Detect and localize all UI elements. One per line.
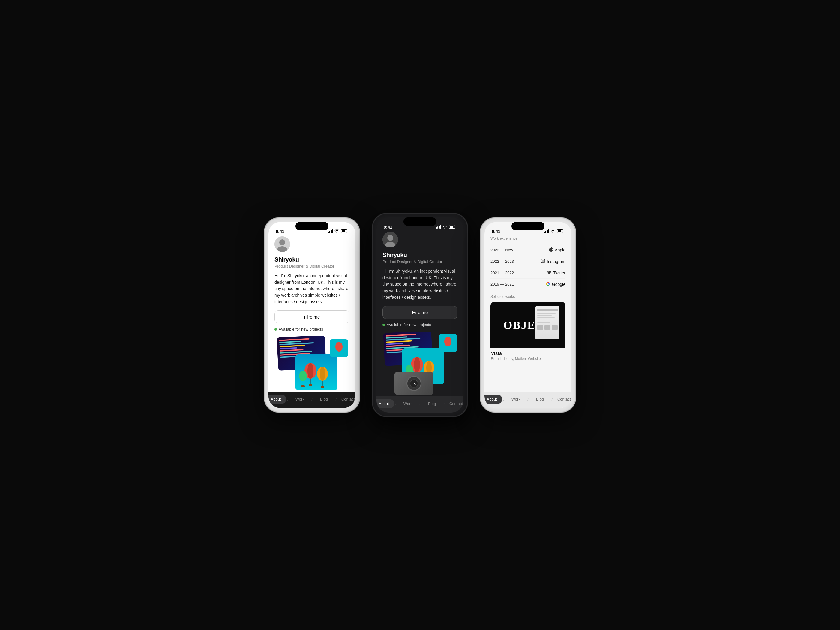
svg-point-40 (542, 260, 544, 262)
svg-point-9 (320, 367, 325, 381)
nav-sep-3c: / (552, 398, 553, 401)
portfolio-area-2 (382, 332, 458, 396)
nav-contact-2[interactable]: Contact (446, 399, 464, 408)
signal-icon-1 (328, 229, 333, 233)
signal-bar-2 (329, 231, 330, 233)
apple-icon (549, 247, 553, 253)
profile-bio-1: Hi, I'm Shiryoku, an independent visual … (275, 273, 349, 305)
work-card-image-vista: OBJECT (491, 302, 565, 348)
avatar-2 (382, 232, 398, 248)
nav-sep-1b: / (311, 398, 312, 401)
google-icon (546, 282, 550, 287)
wifi-icon-3 (551, 229, 555, 233)
scene: 9:41 (252, 195, 588, 435)
signal-bar-3 (331, 230, 332, 233)
signal-icon-3 (544, 229, 549, 233)
nav-blog-1[interactable]: Blog (314, 395, 335, 404)
portfolio-stack-1 (275, 336, 349, 392)
signal-bar-1 (328, 232, 329, 233)
svg-point-5 (308, 363, 314, 379)
profile-name-1: Shiryoku (275, 256, 349, 263)
nav-about-1[interactable]: About (268, 395, 286, 404)
object-paper (535, 306, 559, 339)
work-exp-year-apple: 2023 — Now (491, 248, 513, 252)
nav-sep-1a: / (287, 398, 288, 401)
svg-rect-7 (309, 384, 312, 386)
signal-bar-w2 (545, 231, 546, 233)
available-badge-1: Available for new projects (275, 327, 349, 332)
nav-contact-3[interactable]: Contact (554, 395, 572, 404)
nav-work-2[interactable]: Work (398, 399, 418, 408)
signal-bar-d4 (440, 225, 441, 229)
nav-work-3[interactable]: Work (505, 395, 526, 404)
work-exp-company-apple: Apple (549, 247, 565, 253)
profile-name-2: Shiryoku (382, 252, 458, 259)
balloon-image-1 (295, 354, 338, 390)
phone-1-content: Shiryoku Product Designer & Digital Crea… (268, 237, 355, 392)
nav-sep-3a: / (504, 398, 504, 401)
work-exp-company-google: Google (546, 282, 565, 287)
signal-icon-2 (436, 225, 441, 229)
phone-1-light: 9:41 (264, 218, 360, 412)
work-card-vista[interactable]: OBJECT (491, 302, 565, 361)
instagram-icon (541, 259, 545, 264)
signal-bar-d2 (437, 226, 438, 229)
phone-3-white: 9:41 (480, 218, 576, 412)
work-section: Work experience 2023 — Now Apple 2022 — … (485, 237, 572, 392)
work-exp-row-twitter: 2021 — 2022 Twitter (491, 267, 565, 279)
svg-point-1 (279, 239, 285, 245)
status-icons-1 (328, 229, 349, 233)
selected-works-label: Selected works (491, 295, 565, 299)
avatar-1 (275, 237, 290, 252)
google-svg (546, 282, 550, 286)
svg-point-23 (414, 357, 420, 373)
twitter-icon (547, 270, 551, 275)
svg-point-16 (335, 342, 343, 352)
twitter-label: Twitter (553, 271, 565, 275)
avatar-svg-2 (382, 232, 398, 248)
hire-btn-1[interactable]: Hire me (275, 311, 349, 324)
nav-sep-2b: / (419, 402, 420, 406)
work-exp-company-instagram: Instagram (541, 259, 565, 264)
signal-bar-w4 (548, 229, 549, 233)
avatar-svg-1 (275, 237, 290, 252)
nav-about-3[interactable]: About (485, 395, 502, 404)
bottom-nav-1: About / Work / Blog / Contact (268, 392, 355, 408)
battery-icon-3 (557, 229, 564, 233)
instagram-svg (541, 259, 545, 263)
svg-point-41 (543, 260, 544, 261)
nav-about-2[interactable]: About (376, 399, 394, 408)
signal-bar-w3 (547, 230, 548, 233)
svg-point-12 (299, 371, 307, 381)
apple-label: Apple (555, 248, 565, 252)
work-exp-row-google: 2019 — 2021 Google (491, 279, 565, 290)
signal-bar-d3 (439, 226, 440, 229)
hire-btn-2[interactable]: Hire me (382, 306, 458, 319)
work-exp-company-twitter: Twitter (547, 270, 565, 275)
status-icons-2 (436, 225, 456, 229)
balloon-image-sm-1 (330, 339, 348, 357)
phone-2-dark: 9:41 (372, 213, 468, 417)
phone-2-screen: 9:41 (376, 218, 464, 412)
svg-rect-39 (541, 259, 545, 263)
status-icons-3 (544, 229, 565, 233)
work-exp-row-apple: 2023 — Now Apple (491, 244, 565, 256)
signal-bar-4 (332, 229, 333, 233)
work-exp-year-google: 2019 — 2021 (491, 282, 514, 286)
nav-blog-3[interactable]: Blog (530, 395, 551, 404)
dynamic-island-3 (512, 222, 545, 231)
available-text-1: Available for new projects (279, 327, 323, 332)
nav-sep-3b: / (527, 398, 528, 401)
signal-bar-d1 (436, 227, 437, 229)
work-exp-row-instagram: 2022 — 2023 Instagram (491, 256, 565, 267)
nav-sep-2c: / (444, 402, 445, 406)
svg-rect-11 (321, 386, 324, 388)
twitter-svg (547, 270, 551, 275)
nav-blog-2[interactable]: Blog (422, 399, 442, 408)
bottom-nav-3: About / Work / Blog / Contact (485, 392, 572, 408)
balloon-sm-svg-2 (439, 334, 457, 352)
status-time-1: 9:41 (276, 229, 284, 234)
nav-work-1[interactable]: Work (289, 395, 310, 404)
available-badge-2: Available for new projects (382, 322, 458, 327)
nav-contact-1[interactable]: Contact (338, 395, 355, 404)
